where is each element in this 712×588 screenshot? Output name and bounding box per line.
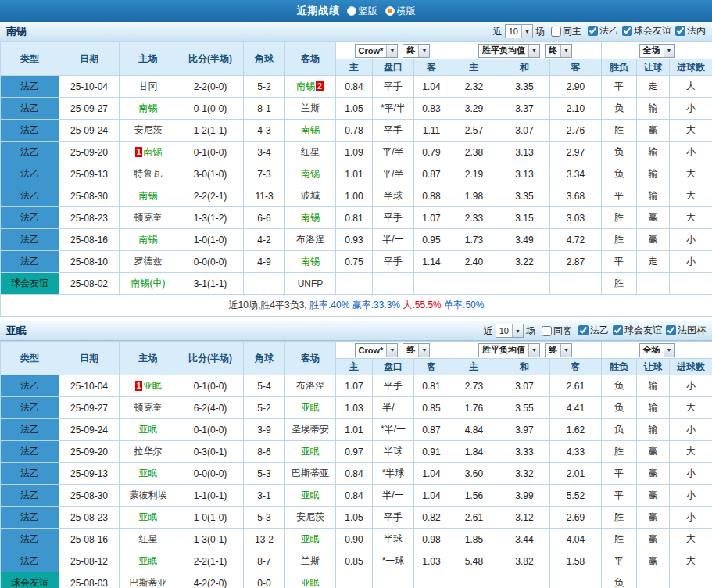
scope-select[interactable]: 全场 ▼ xyxy=(639,343,675,357)
away-team-cell[interactable]: 南锡2 xyxy=(285,76,336,98)
away-team-cell[interactable]: 南锡 xyxy=(285,163,336,185)
league-filter[interactable]: 法国杯 xyxy=(666,324,706,337)
match-row: 球会友谊 25-08-03 巴斯蒂亚 4-2(2-0) 0-0 亚眠 负 xyxy=(1,572,712,588)
away-team-cell[interactable]: 兰斯 xyxy=(285,550,336,572)
home-odds-cell: 0.84 xyxy=(336,485,373,507)
chevron-down-icon: ▼ xyxy=(664,344,674,357)
avg-odds-select[interactable]: 胜平负均值 ▼ xyxy=(478,44,540,58)
handicap-cell: 平手 xyxy=(373,207,414,229)
away-team-cell[interactable]: 圣埃蒂安 xyxy=(285,419,336,441)
goals-result-cell: 大 xyxy=(670,441,712,463)
away-team-cell[interactable]: 南锡 xyxy=(285,251,336,273)
away-team-cell[interactable]: 安尼茨 xyxy=(285,507,336,529)
league-filter[interactable]: 法乙 xyxy=(578,324,609,337)
away-team-cell[interactable]: 巴斯蒂亚 xyxy=(285,463,336,485)
corner-cell: 0-0 xyxy=(244,572,285,588)
team-label: 安尼茨 xyxy=(134,124,163,135)
home-team-cell[interactable]: 拉华尔 xyxy=(120,441,177,463)
chevron-down-icon: ▼ xyxy=(418,45,429,57)
league-checkbox[interactable] xyxy=(675,26,685,36)
home-team-cell[interactable]: 南锡 xyxy=(120,229,177,251)
home-team-cell[interactable]: 南锡 xyxy=(120,185,177,207)
radio-unselected-icon[interactable] xyxy=(347,6,356,16)
team-label: 罗德兹 xyxy=(134,256,163,267)
avg-away-cell: 3.68 xyxy=(550,185,602,207)
odds-filter-cell: Crow* ▼ 终 ▼ xyxy=(336,42,449,59)
away-team-cell[interactable]: 布洛涅 xyxy=(285,229,336,251)
home-team-cell[interactable]: 1亚眠 xyxy=(120,375,177,397)
home-team-cell[interactable]: 南锡(中) xyxy=(120,273,177,295)
away-team-cell[interactable]: 亚眠 xyxy=(285,485,336,507)
avg-odds-value: 胜平负均值 xyxy=(482,344,525,356)
league-checkbox[interactable] xyxy=(613,325,623,335)
league-filter[interactable]: 法丙 xyxy=(675,24,706,38)
layout-option-vertical[interactable]: 竖版 xyxy=(347,5,377,18)
home-team-cell[interactable]: 顿克奎 xyxy=(120,207,177,229)
home-team-cell[interactable]: 甘冈 xyxy=(120,76,177,98)
league-checkbox[interactable] xyxy=(622,26,632,36)
section-filters: 近 10 ▼ 场 同客 法乙球会友谊法国杯 xyxy=(484,324,706,338)
league-checkbox[interactable] xyxy=(666,325,676,335)
home-team-cell[interactable]: 亚眠 xyxy=(120,463,177,485)
near-label: 近 xyxy=(484,324,493,338)
avg-odds-select[interactable]: 胜平负均值 ▼ xyxy=(478,343,540,357)
col-result: 胜负 xyxy=(602,359,637,375)
away-team-cell[interactable]: 亚眠 xyxy=(285,529,336,550)
avg-odds-value: 胜平负均值 xyxy=(482,45,525,56)
home-odds-cell: 0.90 xyxy=(336,529,373,550)
league-checkbox[interactable] xyxy=(588,26,598,36)
away-team-cell[interactable]: UNFP xyxy=(285,273,336,295)
league-type-cell: 法乙 xyxy=(1,142,59,163)
date-cell: 25-10-04 xyxy=(59,375,120,397)
odds-company-select[interactable]: Crow* ▼ xyxy=(355,44,399,58)
match-count-select[interactable]: 10 ▼ xyxy=(505,24,533,38)
away-team-cell[interactable]: 亚眠 xyxy=(285,397,336,419)
home-team-cell[interactable]: 亚眠 xyxy=(120,419,177,441)
team-label: UNFP xyxy=(298,278,324,289)
home-team-cell[interactable]: 特鲁瓦 xyxy=(120,163,177,185)
league-filter[interactable]: 球会友谊 xyxy=(613,324,662,337)
away-team-cell[interactable]: 红星 xyxy=(285,142,336,163)
avg-home-cell: 2.33 xyxy=(449,207,499,229)
away-team-cell[interactable]: 亚眠 xyxy=(285,441,336,463)
same-venue-filter[interactable]: 同主 xyxy=(551,25,581,38)
league-filter[interactable]: 球会友谊 xyxy=(622,24,671,38)
same-venue-filter[interactable]: 同客 xyxy=(542,324,572,338)
goals-result-cell: 小 xyxy=(670,229,712,251)
layout-option-horizontal[interactable]: 横版 xyxy=(385,5,416,18)
home-team-cell[interactable]: 安尼茨 xyxy=(120,120,177,142)
away-team-cell[interactable]: 亚眠 xyxy=(285,572,336,588)
away-team-cell[interactable]: 南锡 xyxy=(285,207,336,229)
odds-time-select[interactable]: 终 ▼ xyxy=(403,44,430,58)
result-cell: 平 xyxy=(602,550,637,572)
radio-selected-icon[interactable] xyxy=(385,6,395,16)
top-bar: 近期战绩 竖版 横版 xyxy=(0,0,712,22)
avg-time-select[interactable]: 终 ▼ xyxy=(545,343,572,357)
home-team-cell[interactable]: 亚眠 xyxy=(120,550,177,572)
odds-company-select[interactable]: Crow* ▼ xyxy=(355,343,399,357)
home-team-cell[interactable]: 罗德兹 xyxy=(120,251,177,273)
match-count-select[interactable]: 10 ▼ xyxy=(496,324,524,338)
home-odds-cell: 0.85 xyxy=(336,550,373,572)
away-team-cell[interactable]: 南锡 xyxy=(285,120,336,142)
away-team-cell[interactable]: 波城 xyxy=(285,185,336,207)
league-filter[interactable]: 法乙 xyxy=(588,24,618,38)
home-team-cell[interactable]: 蒙彼利埃 xyxy=(120,485,177,507)
home-team-cell[interactable]: 巴斯蒂亚 xyxy=(120,572,177,588)
home-team-cell[interactable]: 1南锡 xyxy=(120,142,177,163)
odds-time-select[interactable]: 终 ▼ xyxy=(403,343,430,357)
same-venue-checkbox[interactable] xyxy=(542,326,552,336)
home-team-cell[interactable]: 红星 xyxy=(120,529,177,550)
home-team-cell[interactable]: 顿克奎 xyxy=(120,397,177,419)
same-venue-checkbox[interactable] xyxy=(551,27,561,37)
home-team-cell[interactable]: 南锡 xyxy=(120,98,177,120)
avg-time-select[interactable]: 终 ▼ xyxy=(545,44,572,58)
avg-filter-cell: 胜平负均值 ▼ 终 ▼ xyxy=(449,342,602,359)
avg-away-cell: 4.41 xyxy=(550,397,602,419)
handicap-cell xyxy=(373,572,414,588)
home-team-cell[interactable]: 亚眠 xyxy=(120,507,177,529)
scope-select[interactable]: 全场 ▼ xyxy=(639,44,675,58)
away-team-cell[interactable]: 布洛涅 xyxy=(285,375,336,397)
away-team-cell[interactable]: 兰斯 xyxy=(285,98,336,120)
league-checkbox[interactable] xyxy=(578,325,589,335)
